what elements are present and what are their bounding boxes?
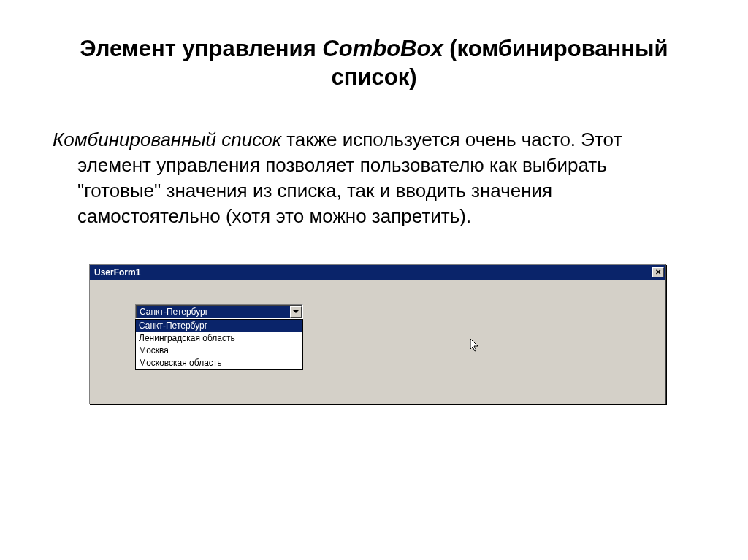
title-italic: ComboBox	[322, 36, 443, 61]
slide: Элемент управления ComboBox (комбинирова…	[0, 0, 748, 426]
window-title: UserForm1	[94, 267, 140, 277]
body-paragraph: Комбинированный список также используетс…	[53, 127, 695, 229]
close-icon: ✕	[655, 269, 661, 276]
combobox-input[interactable]: Санкт-Петербург	[135, 304, 303, 319]
slide-title: Элемент управления ComboBox (комбинирова…	[53, 35, 695, 92]
combobox[interactable]: Санкт-Петербург Санкт-Петербург Ленингра…	[135, 304, 303, 370]
close-button[interactable]: ✕	[652, 267, 664, 277]
combobox-item[interactable]: Московская область	[136, 357, 302, 369]
form-body: Санкт-Петербург Санкт-Петербург Ленингра…	[90, 280, 665, 404]
combobox-item[interactable]: Ленинградская область	[136, 332, 302, 345]
cursor-icon	[470, 338, 480, 353]
combobox-item[interactable]: Москва	[136, 345, 302, 357]
combobox-list[interactable]: Санкт-Петербург Ленинградская область Мо…	[135, 319, 303, 370]
combobox-selected-text[interactable]: Санкт-Петербург	[137, 306, 290, 318]
combobox-dropdown-button[interactable]	[290, 306, 302, 318]
combobox-item[interactable]: Санкт-Петербург	[136, 320, 302, 332]
title-part1: Элемент управления	[80, 36, 322, 61]
body-italic: Комбинированный список	[53, 129, 281, 150]
title-bar[interactable]: UserForm1 ✕	[90, 265, 665, 280]
chevron-down-icon	[293, 310, 299, 313]
userform-window: UserForm1 ✕ Санкт-Петербург Санкт-Петерб…	[89, 264, 666, 404]
